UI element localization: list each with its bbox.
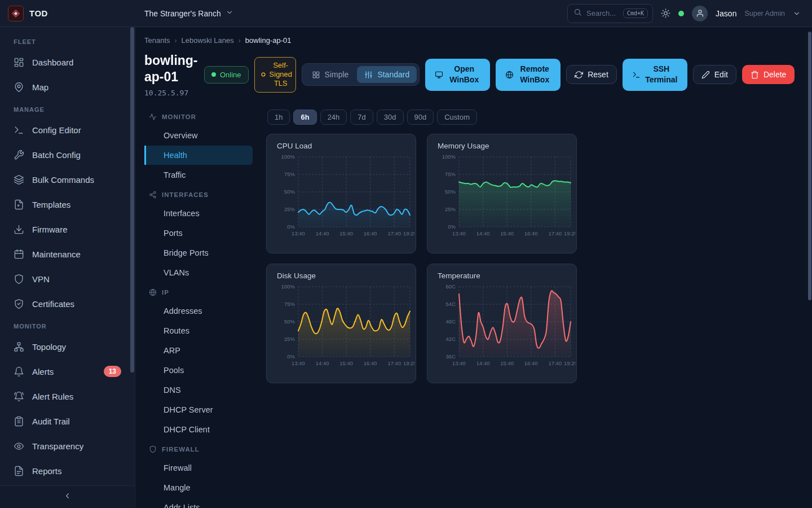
file-icon <box>14 199 24 210</box>
svg-text:50%: 50% <box>284 189 295 195</box>
device-subnav: MONITOROverviewHealthTrafficINTERFACESIn… <box>144 107 253 508</box>
clipboard-icon <box>14 416 24 427</box>
svg-text:19:25: 19:25 <box>564 230 575 237</box>
sidebar-item-batch-config[interactable]: Batch Config <box>0 142 135 167</box>
sidebar-item-vpn[interactable]: VPN <box>0 266 135 291</box>
timerange-1h-button[interactable]: 1h <box>267 110 290 125</box>
avatar[interactable] <box>692 6 708 21</box>
mode-toggle-standard[interactable]: Standard <box>357 66 417 83</box>
charts-panel: 1h6h24h7d30d90dCustom CPU Load100%75%50%… <box>266 107 577 508</box>
chart-plot-disk-usage: 100%75%50%25%0%13:4014:4015:4016:4017:40… <box>269 282 414 377</box>
sidebar-item-bulk-commands[interactable]: Bulk Commands <box>0 167 135 192</box>
subnav-section-firewall: FIREWALL <box>144 440 253 458</box>
search-icon <box>573 8 582 19</box>
remote-winbox-button[interactable]: Remote WinBox <box>496 59 561 91</box>
sidebar-item-alerts[interactable]: Alerts13 <box>0 359 135 384</box>
sidebar-item-config-editor[interactable]: Config Editor <box>0 117 135 142</box>
subnav-item-pools[interactable]: Pools <box>144 361 253 380</box>
svg-text:13:40: 13:40 <box>292 230 305 237</box>
timerange-custom-button[interactable]: Custom <box>437 110 477 125</box>
sidebar-collapse-button[interactable] <box>0 485 135 508</box>
svg-text:50%: 50% <box>284 318 295 325</box>
sidebar-item-label: Batch Config <box>32 150 81 160</box>
sidebar-item-certificates[interactable]: Certificates <box>0 291 135 316</box>
ssh-terminal-button[interactable]: SSH Terminal <box>623 59 687 91</box>
chart-title: CPU Load <box>269 142 413 150</box>
user-menu-chevron-down-icon[interactable] <box>793 10 801 17</box>
svg-text:60C: 60C <box>446 283 456 290</box>
sidebar: FLEETDashboardMapMANAGEConfig EditorBatc… <box>0 27 135 508</box>
delete-button[interactable]: Delete <box>742 65 795 84</box>
subnav-item-arp[interactable]: ARP <box>144 341 253 360</box>
subnav-item-routes[interactable]: Routes <box>144 321 253 340</box>
theme-toggle-sun-icon[interactable] <box>661 8 670 18</box>
sidebar-item-topology[interactable]: Topology <box>0 334 135 359</box>
subnav-section-monitor: MONITOR <box>144 107 253 125</box>
breadcrumb-separator: › <box>239 37 241 45</box>
svg-text:0%: 0% <box>448 224 456 230</box>
subnav-item-ports[interactable]: Ports <box>144 224 253 243</box>
window-scrollbar[interactable] <box>808 32 811 300</box>
subnav-item-bridge-ports[interactable]: Bridge Ports <box>144 243 253 262</box>
timerange-24h-button[interactable]: 24h <box>320 110 347 125</box>
subnav-item-mangle[interactable]: Mangle <box>144 478 253 497</box>
svg-text:19:25: 19:25 <box>403 230 414 237</box>
timerange-6h-button[interactable]: 6h <box>293 110 316 125</box>
sidebar-item-maintenance[interactable]: Maintenance <box>0 242 135 266</box>
sidebar-item-label: Templates <box>32 200 70 209</box>
svg-text:0%: 0% <box>287 224 295 230</box>
svg-text:100%: 100% <box>281 283 295 290</box>
connection-status-dot <box>678 11 684 16</box>
subnav-item-dns[interactable]: DNS <box>144 380 253 400</box>
subnav-item-interfaces[interactable]: Interfaces <box>144 204 253 223</box>
subnav-item-traffic[interactable]: Traffic <box>144 165 253 185</box>
sidebar-item-firmware[interactable]: Firmware <box>0 217 135 242</box>
timerange-7d-button[interactable]: 7d <box>350 110 373 125</box>
svg-text:25%: 25% <box>284 206 295 212</box>
timerange-90d-button[interactable]: 90d <box>407 110 434 125</box>
sidebar-item-reports[interactable]: Reports <box>0 458 135 483</box>
svg-text:17:40: 17:40 <box>548 360 562 366</box>
sidebar-item-alert-rules[interactable]: Alert Rules <box>0 384 135 409</box>
chart-plot-temperature: 60C54C48C42C36C13:4014:4015:4016:4017:40… <box>430 282 575 377</box>
edit-button[interactable]: Edit <box>693 65 736 84</box>
subnav-item-overview[interactable]: Overview <box>144 126 253 145</box>
tenant-selector[interactable]: The Stranger's Ranch <box>144 8 233 18</box>
reset-button[interactable]: Reset <box>566 65 617 84</box>
main-content: Tenants›Lebowski Lanes›bowling-ap-01 bow… <box>135 27 812 508</box>
sidebar-item-map[interactable]: Map <box>0 75 135 99</box>
subnav-item-vlans[interactable]: VLANs <box>144 263 253 282</box>
user-role: Super Admin <box>744 10 785 17</box>
sidebar-item-label: Topology <box>32 342 66 352</box>
subnav-item-addr-lists[interactable]: Addr Lists <box>144 498 253 508</box>
sidebar-item-transparency[interactable]: Transparency <box>0 433 135 458</box>
globe-icon <box>505 71 514 79</box>
subnav-item-addresses[interactable]: Addresses <box>144 301 253 321</box>
search-input[interactable]: Search... Cmd+K <box>567 4 653 23</box>
sidebar-item-label: Alerts <box>32 367 54 376</box>
chart-title: Memory Usage <box>430 142 574 150</box>
open-winbox-button[interactable]: Open WinBox <box>425 59 490 91</box>
timerange-30d-button[interactable]: 30d <box>377 110 404 125</box>
sidebar-item-templates[interactable]: Templates <box>0 192 135 217</box>
network-icon <box>14 341 24 352</box>
sidebar-scrollbar[interactable] <box>130 27 134 373</box>
subnav-item-dhcp-server[interactable]: DHCP Server <box>144 400 253 419</box>
mode-toggle-simple[interactable]: Simple <box>304 66 356 83</box>
breadcrumb-item[interactable]: Lebowski Lanes <box>182 36 234 45</box>
online-dot-icon <box>211 72 216 77</box>
subnav-item-firewall[interactable]: Firewall <box>144 458 253 478</box>
breadcrumb-item[interactable]: Tenants <box>144 36 170 45</box>
sidebar-item-audit-trail[interactable]: Audit Trail <box>0 409 135 433</box>
sidebar-item-dashboard[interactable]: Dashboard <box>0 50 135 75</box>
svg-text:14:40: 14:40 <box>316 230 329 237</box>
subnav-item-health[interactable]: Health <box>144 146 253 165</box>
map-pin-icon <box>14 82 24 93</box>
subnav-item-dhcp-client[interactable]: DHCP Client <box>144 420 253 439</box>
chart-plot-memory-usage: 100%75%50%25%0%13:4014:4015:4016:4017:40… <box>430 152 575 247</box>
shield-check-icon <box>14 299 24 309</box>
sliders-icon <box>364 71 373 79</box>
sidebar-item-label: Audit Trail <box>32 417 70 426</box>
svg-text:17:40: 17:40 <box>548 230 562 237</box>
svg-text:13:40: 13:40 <box>452 360 466 366</box>
